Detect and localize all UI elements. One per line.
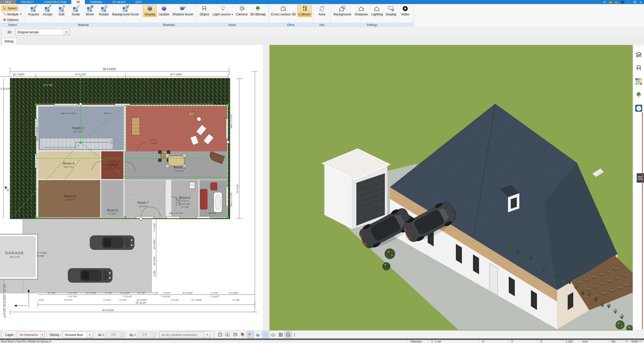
quick-settings-icon[interactable] (602, 0, 607, 4)
layer-select[interactable]: 2D-Elements ▼ (17, 331, 45, 338)
insert-object-button[interactable]: Object (197, 5, 211, 17)
flag-tool-button[interactable] (247, 331, 254, 338)
collapsed-panel-handle[interactable] (637, 173, 644, 183)
hedge-left (10, 78, 36, 219)
edit-button[interactable]: ✎Edit (55, 5, 69, 17)
select-button[interactable]: Select (2, 6, 18, 11)
toolbar-overflow[interactable] (294, 333, 295, 336)
play-video-icon (402, 6, 409, 12)
layers-button[interactable] (239, 331, 246, 338)
car-1-plan[interactable] (90, 236, 134, 250)
move-button[interactable]: Move (83, 5, 97, 17)
storey-select[interactable]: Ground floor ▼ (63, 331, 93, 338)
status-unit[interactable]: Inch (580, 340, 609, 343)
view-3d-pane[interactable] (269, 45, 633, 330)
dy-stepper[interactable]: ▲▼ (152, 332, 156, 337)
plants-icon[interactable] (635, 91, 642, 99)
assign-button[interactable]: Assign (41, 5, 54, 17)
svg-text:3' 3 3/4": 3' 3 3/4" (163, 292, 171, 294)
toolbar-grip[interactable] (214, 331, 215, 338)
restore-button[interactable] (632, 0, 637, 4)
teamviewer-icon[interactable]: ↔ (635, 104, 642, 112)
dx-stepper[interactable]: ▲▼ (121, 332, 125, 337)
svg-text:8' 21/32": 8' 21/32" (171, 299, 179, 301)
north-compass-button[interactable]: N (285, 331, 292, 338)
tab-construction[interactable]: CONSTRUCTION (39, 0, 72, 4)
terrain-layers-icon[interactable] (635, 51, 642, 59)
svg-text:7' 4 31/32": 7' 4 31/32" (122, 295, 132, 298)
toolbar-grip[interactable] (635, 46, 642, 46)
tab-3d[interactable]: 3D (71, 0, 85, 4)
status-scale[interactable]: 1:100 (563, 340, 580, 343)
settings-lighting-button[interactable]: Lighting (370, 5, 384, 17)
group-label-insert: Insert (196, 23, 268, 27)
settings-video-button[interactable]: Video (398, 5, 412, 17)
tab-terrain[interactable]: TERRAIN (85, 0, 107, 4)
shadow-brush-button[interactable]: Shadow brush (171, 5, 194, 17)
tab-edit[interactable]: EDIT (130, 0, 147, 4)
settings-display-button[interactable]: Display (384, 5, 398, 17)
scale-button[interactable]: ↗Scale (69, 5, 83, 17)
ribbon: Select Multiple▼ ✚ Options Select Acquir… (0, 4, 644, 27)
record-video-button[interactable] (232, 331, 239, 338)
stairs[interactable] (40, 138, 113, 149)
materials-icon[interactable] (635, 78, 642, 85)
room-4-floor[interactable] (38, 151, 100, 179)
floor-plan-drawing[interactable]: 98' 6 23/32" 18' 7 15/32" 37' 3 7/16" 42… (0, 45, 263, 330)
tab-project[interactable]: PROJECT (16, 0, 39, 4)
area-button[interactable]: ?Area (315, 5, 329, 17)
multi-select-icon (3, 12, 6, 16)
rotate-button[interactable]: ↻Rotate (97, 5, 111, 17)
dy-input[interactable]: 0.0 (137, 332, 152, 337)
settings-background-button[interactable]: Background (332, 5, 353, 17)
svg-text:5' 2 25/32": 5' 2 25/32" (229, 292, 239, 294)
svg-text:?: ? (321, 6, 323, 9)
open-project-icon[interactable] (608, 0, 613, 4)
background-brush-button[interactable]: Background brush (111, 5, 140, 17)
tab-file[interactable]: FILE (0, 0, 16, 4)
insert-light-source-button[interactable]: Light source ▼ (212, 5, 234, 17)
dx-input[interactable]: 0.0 (106, 332, 121, 337)
roads-button[interactable] (254, 331, 261, 338)
close-button[interactable]: ✕ (638, 0, 643, 4)
svg-text:72' 5 1/2": 72' 5 1/2" (236, 184, 239, 193)
insert-3d-bitmap-button[interactable]: 3D-Bitmap (249, 5, 267, 17)
help-icon[interactable]: ? (620, 0, 625, 4)
svg-text:4' 11 7/16": 4' 11 7/16" (68, 295, 77, 298)
insert-camera-button[interactable]: Camera (235, 5, 249, 17)
screenshot-button[interactable] (224, 331, 231, 338)
garage-3d[interactable] (322, 149, 390, 229)
hedge-corner (10, 207, 36, 219)
toolbar-grip[interactable] (1, 29, 2, 35)
coordinate-mode-select[interactable]: dx,dy (relative cartesian) ▼ (159, 331, 210, 338)
minimize-button[interactable]: – (626, 0, 631, 4)
layer-label: Layer : (5, 333, 15, 337)
house-plan[interactable] (35, 104, 228, 218)
shadow-display-button[interactable]: Display (143, 5, 157, 17)
room-7-floor[interactable] (124, 180, 166, 217)
floor-plan-pane[interactable]: 98' 6 23/32" 18' 7 15/32" 37' 3 7/16" 42… (0, 45, 263, 330)
multiple-select-button[interactable]: Multiple▼ (2, 12, 23, 17)
furniture-catalog-icon[interactable] (635, 64, 642, 72)
status-bar: Roof Roof 1 Roof B L=Roofs G=Storey 3 Se… (0, 340, 644, 343)
collision-button[interactable]: Collision (297, 5, 312, 17)
tab-2d-views[interactable]: 2D VIEWS (107, 0, 131, 4)
settings-shadows-button[interactable]: Shadows (353, 5, 370, 17)
contours-button[interactable] (269, 331, 277, 338)
shadow-update-button[interactable]: Update (157, 5, 171, 17)
view-3d-scene[interactable] (269, 45, 633, 330)
surface-tool-button[interactable] (262, 331, 269, 338)
toolbar-grip[interactable] (1, 331, 2, 338)
pane-splitter[interactable] (263, 45, 270, 330)
svg-text:25' 5 1/2": 25' 5 1/2" (64, 299, 73, 301)
time-of-day-button[interactable] (217, 331, 224, 338)
dim-top-seg3: 42' 7 13/16" (170, 73, 182, 76)
grid-button[interactable] (277, 331, 284, 338)
export-icon[interactable] (614, 0, 619, 4)
terrain-select[interactable]: Original terrain ▼ (15, 29, 70, 35)
dialog-tab[interactable]: Dialog: (1, 38, 17, 45)
options-button[interactable]: ✚ Options (2, 17, 20, 22)
car-2-plan[interactable] (68, 268, 112, 282)
cross-section-3d-button[interactable]: Cross section 3D (270, 5, 297, 17)
acquire-button[interactable]: Acquire (27, 5, 40, 17)
